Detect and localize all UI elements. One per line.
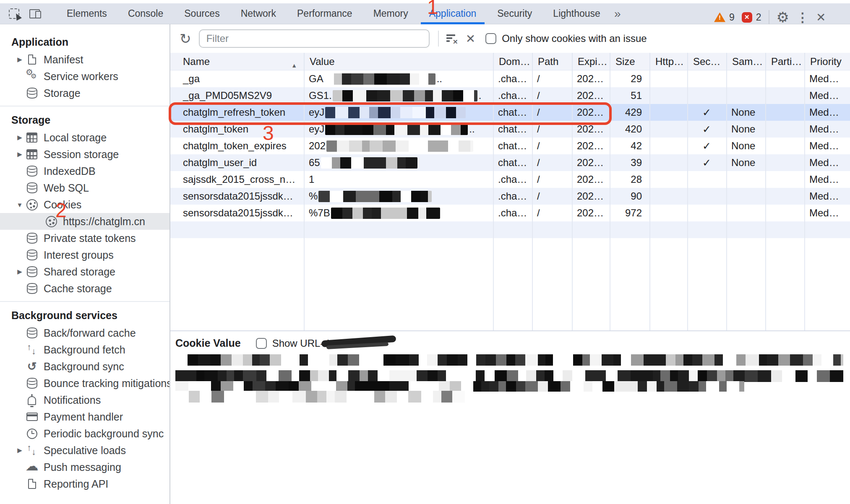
mosaic-block [334,73,342,85]
column-header-value[interactable]: Value [304,53,493,70]
column-header-http[interactable]: Http… [649,53,687,70]
mosaic-block [545,354,553,366]
file-icon [28,479,36,489]
sidebar-item-speculative-loads[interactable]: ▶ Speculative loads [0,442,169,459]
inspect-element-icon[interactable] [9,8,19,19]
mosaic-block [594,370,606,382]
cookie-row-ga-pmd05ms2v9[interactable]: _ga_PMD05MS2V9 GS1. . .cha… / 202… 51 Me… [170,87,850,104]
mosaic-block [381,208,394,219]
cookie-row-chatglm-user-id[interactable]: chatglm_user_id 65 chat… / 202… 39 ✓ Non… [170,154,850,171]
column-header-path[interactable]: Path [532,53,572,70]
issue-filter-checkbox[interactable] [485,33,496,44]
sidebar-item-interest-groups[interactable]: Interest groups [0,247,169,263]
tab-elements[interactable]: Elements [56,3,117,24]
expander-icon[interactable]: ▶ [15,56,24,63]
sidebar-item-local-storage[interactable]: ▶ Local storage [0,129,169,146]
mosaic-block [584,381,592,392]
expander-icon[interactable]: ▶ [15,134,24,141]
sidebar-item-reporting-api[interactable]: Reporting API [0,475,169,492]
cookie-row-sensorsdata2015jssdk[interactable]: sensorsdata2015jssdk… %7B .cha… / 202… 9… [170,205,850,221]
cookie-row-ga[interactable]: _ga GA .. .cha… / 202… 29 Med… [170,70,850,87]
mosaic-block [778,354,790,366]
database-icon [27,327,37,338]
sidebar-item-private-state-tokens[interactable]: Private state tokens [0,230,169,247]
sidebar-item-session-storage[interactable]: ▶ Session storage [0,146,169,163]
sidebar-divider [0,301,169,302]
sidebar-item-indexeddb[interactable]: IndexedDB [0,163,169,179]
sidebar-item-payment-handler[interactable]: Payment handler [0,408,169,425]
settings-gear-icon[interactable] [777,9,789,26]
tab-performance[interactable]: Performance [287,3,363,24]
tab-console[interactable]: Console [117,3,174,24]
tab-security[interactable]: Security [487,3,542,24]
sidebar-item-push-messaging[interactable]: Push messaging [0,459,169,475]
sidebar-item-service-workers[interactable]: Service workers [0,68,169,85]
sidebar-item-shared-storage[interactable]: ▶ Shared storage [0,263,169,280]
sidebar-item-https-chatglm-cn[interactable]: https://chatglm.cn [0,213,169,230]
mosaic-block [368,370,378,382]
column-header-parti[interactable]: Parti… [765,53,804,70]
device-toolbar-icon[interactable] [29,9,41,18]
empty-row[interactable] [170,221,850,238]
cookie-row-chatglm-token-expires[interactable]: chatglm_token_expires 202 chat… / 202… 4… [170,138,850,154]
column-header-expi[interactable]: Expi… [572,53,610,70]
column-header-sam[interactable]: Sam… [726,53,765,70]
mosaic-block [355,381,368,392]
sidebar-item-back-forward-cache[interactable]: Back/forward cache [0,325,169,341]
mosaic-block [317,391,326,403]
column-header-size[interactable]: Size [610,53,649,70]
mosaic-block [378,107,391,118]
more-tabs-icon[interactable]: » [614,7,621,21]
sidebar-item-storage[interactable]: Storage [0,85,169,101]
tab-memory[interactable]: Memory [363,3,419,24]
tab-network[interactable]: Network [230,3,287,24]
mosaic-block [397,381,409,392]
more-options-icon[interactable] [796,10,809,25]
mosaic-block [448,140,459,152]
sidebar-item-background-fetch[interactable]: Background fetch [0,341,169,358]
expander-icon[interactable]: ▶ [15,268,24,275]
cookie-secure-cell [687,188,726,205]
sidebar-item-cache-storage[interactable]: Cache storage [0,280,169,297]
cookie-partitioned-cell [765,121,804,138]
sidebar-item-periodic-background-sync[interactable]: Periodic background sync [0,425,169,442]
sidebar-item-manifest[interactable]: ▶ Manifest [0,51,169,68]
cookie-secure-cell [687,87,726,104]
clear-filter-icon[interactable] [446,33,457,44]
column-header-name[interactable]: Name [170,53,304,70]
sidebar-item-web-sql[interactable]: Web SQL [0,179,169,196]
filter-input[interactable] [199,29,430,48]
tab-sources[interactable]: Sources [174,3,230,24]
mosaic-block [397,157,406,169]
column-header-sec[interactable]: Sec… [687,53,726,70]
sidebar-item-bounce-tracking-mitigations[interactable]: Bounce tracking mitigations [0,375,169,392]
cookie-row-chatglm-token[interactable]: chatglm_token eyJ .. chat… / 202… 420 ✓ … [170,121,850,138]
delete-all-cookies-icon[interactable] [466,32,475,46]
warning-icon[interactable] [714,13,725,22]
column-header-dom[interactable]: Dom… [493,53,532,70]
expander-icon[interactable]: ▶ [15,151,24,158]
expander-icon[interactable]: ▶ [15,447,24,454]
column-header-priority[interactable]: Priority [804,53,850,70]
sidebar-item-notifications[interactable]: Notifications [0,392,169,408]
error-icon[interactable] [742,12,752,23]
cookie-row-chatglm-refresh-token[interactable]: chatglm_refresh_token eyJ chat… / 202… 4… [170,104,850,121]
sidebar-item-background-sync[interactable]: Background sync [0,358,169,375]
mosaic-block [196,370,204,382]
refresh-icon[interactable] [180,32,191,46]
cookie-partitioned-cell [765,104,804,121]
sidebar-item-label: Session storage [44,148,119,161]
expander-icon[interactable]: ▼ [15,201,24,208]
tab-application[interactable]: Application [419,3,487,24]
mosaic-block [351,157,364,169]
mosaic-block [412,107,426,118]
cookie-row-sajssdk-2015-cross-n[interactable]: sajssdk_2015_cross_n… 1 .cha… / 202… 28 … [170,171,850,188]
cookie-row-sensorsdata2015jssdk[interactable]: sensorsdata2015jssdk… % .cha… / 202… 90 … [170,188,850,205]
mosaic-block [362,391,374,403]
sidebar-item-label: Back/forward cache [44,327,136,339]
sidebar-item-cookies[interactable]: ▼ Cookies [0,196,169,213]
tab-lighthouse[interactable]: Lighthouse [542,3,611,24]
cookie-path-cell: / [532,104,572,121]
url-decoded-checkbox[interactable] [256,338,267,349]
close-devtools-icon[interactable] [816,10,826,24]
